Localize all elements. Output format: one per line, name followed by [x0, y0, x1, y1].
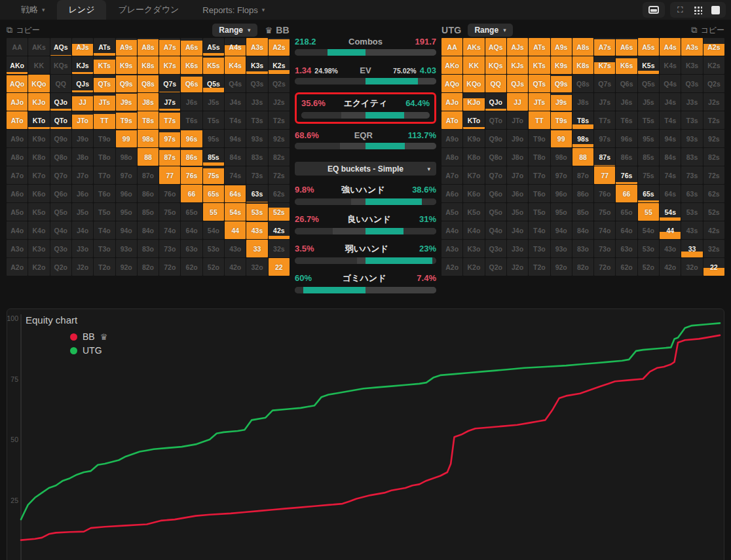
hand-cell-85o[interactable]: 85o — [138, 203, 159, 221]
hand-cell-94o[interactable]: 94o — [551, 221, 572, 239]
hand-cell-KQs[interactable]: KQs — [50, 56, 71, 74]
hand-cell-KQo[interactable]: KQo — [463, 75, 484, 92]
hand-cell-65o[interactable]: 65o — [616, 203, 637, 221]
hand-cell-K8s[interactable]: K8s — [572, 56, 593, 74]
eq-buckets-dropdown[interactable]: EQ buckets - Simple ▾ — [295, 162, 436, 176]
hand-cell-32s[interactable]: 32s — [703, 240, 724, 257]
hand-cell-J2s[interactable]: J2s — [703, 93, 724, 111]
hand-cell-J6o[interactable]: J6o — [507, 185, 528, 202]
hand-cell-KK[interactable]: KK — [463, 56, 484, 74]
hand-cell-A9s[interactable]: A9s — [551, 38, 572, 56]
hand-cell-97s[interactable]: 97s — [159, 130, 180, 147]
hand-cell-A4o[interactable]: A4o — [7, 221, 28, 239]
hand-cell-T9o[interactable]: T9o — [529, 130, 550, 147]
hand-cell-A2s[interactable]: A2s — [269, 38, 290, 56]
hand-cell-Q3o[interactable]: Q3o — [485, 240, 506, 257]
hand-cell-K6o[interactable]: K6o — [28, 185, 49, 202]
hand-cell-Q5s[interactable]: Q5s — [203, 75, 224, 92]
hand-cell-A9s[interactable]: A9s — [116, 38, 137, 56]
hand-cell-85s[interactable]: 85s — [203, 148, 224, 166]
hand-cell-K5o[interactable]: K5o — [463, 203, 484, 221]
utg-range-dropdown[interactable]: Range ▾ — [468, 24, 512, 37]
hand-cell-99[interactable]: 99 — [551, 130, 572, 147]
hand-cell-63o[interactable]: 63o — [616, 240, 637, 257]
hand-cell-J5s[interactable]: J5s — [203, 93, 224, 111]
hand-cell-J9o[interactable]: J9o — [507, 130, 528, 147]
hand-cell-43o[interactable]: 43o — [225, 240, 246, 257]
hand-cell-T7s[interactable]: T7s — [159, 111, 180, 129]
hand-cell-K7s[interactable]: K7s — [594, 56, 615, 74]
hand-cell-ATs[interactable]: ATs — [529, 38, 550, 56]
hand-cell-66[interactable]: 66 — [181, 185, 202, 202]
hand-cell-64s[interactable]: 64s — [660, 185, 681, 202]
hand-cell-62o[interactable]: 62o — [181, 258, 202, 276]
hand-cell-T6o[interactable]: T6o — [529, 185, 550, 202]
hand-cell-55[interactable]: 55 — [638, 203, 659, 221]
hand-cell-JTs[interactable]: JTs — [94, 93, 115, 111]
hand-cell-95s[interactable]: 95s — [638, 130, 659, 147]
hand-cell-J7o[interactable]: J7o — [507, 166, 528, 184]
hand-cell-QQ[interactable]: QQ — [485, 75, 506, 92]
hand-cell-T3o[interactable]: T3o — [529, 240, 550, 257]
hand-cell-A6s[interactable]: A6s — [616, 38, 637, 56]
hand-cell-K6o[interactable]: K6o — [463, 185, 484, 202]
hand-cell-99[interactable]: 99 — [116, 130, 137, 147]
hand-cell-83o[interactable]: 83o — [138, 240, 159, 257]
hand-cell-22[interactable]: 22 — [269, 258, 290, 276]
hand-cell-52o[interactable]: 52o — [203, 258, 224, 276]
hand-cell-J3o[interactable]: J3o — [72, 240, 93, 257]
hand-cell-J8s[interactable]: J8s — [138, 93, 159, 111]
hand-cell-77[interactable]: 77 — [159, 166, 180, 184]
hand-cell-63s[interactable]: 63s — [246, 185, 267, 202]
square-view-icon[interactable] — [711, 6, 720, 14]
hand-cell-82o[interactable]: 82o — [138, 258, 159, 276]
hand-cell-75s[interactable]: 75s — [638, 166, 659, 184]
hand-cell-J2o[interactable]: J2o — [507, 258, 528, 276]
hand-cell-T5s[interactable]: T5s — [203, 111, 224, 129]
hand-cell-J5o[interactable]: J5o — [507, 203, 528, 221]
hand-cell-J4s[interactable]: J4s — [660, 93, 681, 111]
hand-cell-53o[interactable]: 53o — [638, 240, 659, 257]
hand-cell-K9o[interactable]: K9o — [28, 130, 49, 147]
hand-cell-A7s[interactable]: A7s — [159, 38, 180, 56]
hand-cell-K4o[interactable]: K4o — [28, 221, 49, 239]
hand-cell-Q9s[interactable]: Q9s — [116, 75, 137, 92]
hand-cell-52o[interactable]: 52o — [638, 258, 659, 276]
hand-cell-K9s[interactable]: K9s — [551, 56, 572, 74]
hand-cell-AKs[interactable]: AKs — [28, 38, 49, 56]
hand-cell-K4s[interactable]: K4s — [225, 56, 246, 74]
hand-cell-K9o[interactable]: K9o — [463, 130, 484, 147]
tab-breakdown[interactable]: ブレークダウン — [106, 0, 191, 20]
hand-cell-J7s[interactable]: J7s — [594, 93, 615, 111]
hand-cell-Q7o[interactable]: Q7o — [50, 166, 71, 184]
hand-cell-AQs[interactable]: AQs — [485, 38, 506, 56]
hand-cell-73o[interactable]: 73o — [159, 240, 180, 257]
hand-cell-42o[interactable]: 42o — [660, 258, 681, 276]
hand-cell-A9o[interactable]: A9o — [441, 130, 462, 147]
hand-cell-T7o[interactable]: T7o — [529, 166, 550, 184]
hand-cell-84s[interactable]: 84s — [225, 148, 246, 166]
hand-cell-42s[interactable]: 42s — [703, 221, 724, 239]
hand-cell-AKo[interactable]: AKo — [7, 56, 28, 74]
hand-cell-62s[interactable]: 62s — [703, 185, 724, 202]
hand-cell-J8s[interactable]: J8s — [572, 93, 593, 111]
hand-cell-J6o[interactable]: J6o — [72, 185, 93, 202]
hand-cell-A2o[interactable]: A2o — [7, 258, 28, 276]
hand-cell-JTo[interactable]: JTo — [72, 111, 93, 129]
hand-cell-64s[interactable]: 64s — [225, 185, 246, 202]
hand-cell-AKo[interactable]: AKo — [441, 56, 462, 74]
hand-cell-K7o[interactable]: K7o — [28, 166, 49, 184]
hand-cell-J3s[interactable]: J3s — [246, 93, 267, 111]
hand-cell-J2o[interactable]: J2o — [72, 258, 93, 276]
hand-cell-76o[interactable]: 76o — [159, 185, 180, 202]
hand-cell-94o[interactable]: 94o — [116, 221, 137, 239]
hand-cell-87o[interactable]: 87o — [572, 166, 593, 184]
hand-cell-Q9s[interactable]: Q9s — [551, 75, 572, 92]
hand-cell-54o[interactable]: 54o — [203, 221, 224, 239]
hand-cell-92o[interactable]: 92o — [551, 258, 572, 276]
hand-cell-97s[interactable]: 97s — [594, 130, 615, 147]
hand-cell-J4o[interactable]: J4o — [507, 221, 528, 239]
hand-cell-76s[interactable]: 76s — [616, 166, 637, 184]
hand-cell-A5s[interactable]: A5s — [203, 38, 224, 56]
hand-cell-52s[interactable]: 52s — [703, 203, 724, 221]
